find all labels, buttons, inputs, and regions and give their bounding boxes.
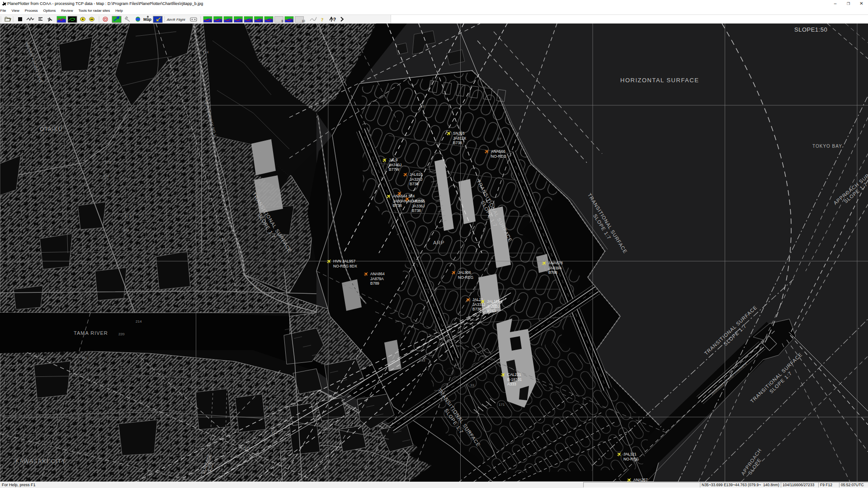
svg-text:10: 10: [302, 19, 306, 23]
svg-text:SLOPE1:50: SLOPE1:50: [794, 26, 827, 33]
svg-text:?: ?: [333, 17, 336, 22]
svg-text:214: 214: [136, 319, 142, 324]
svg-text:176: 176: [253, 286, 259, 290]
svg-text:7: 7: [271, 19, 273, 23]
svg-text:173: 173: [271, 431, 278, 435]
svg-text:172: 172: [218, 309, 224, 313]
svg-text:TAMA RIVER: TAMA RIVER: [74, 330, 108, 336]
svg-text:177: 177: [195, 70, 202, 74]
svg-text:ANA566NO-REG: ANA566NO-REG: [491, 149, 506, 159]
svg-text:Flight: Flight: [176, 18, 185, 22]
svg-text:298: 298: [81, 356, 88, 360]
svg-text:2: 2: [221, 19, 222, 23]
svg-text:174: 174: [203, 50, 209, 54]
svg-text:HORIZONTAL SURFACE: HORIZONTAL SURFACE: [620, 77, 699, 84]
svg-text:5: 5: [251, 19, 253, 23]
svg-text:220: 220: [118, 332, 125, 336]
svg-text:172: 172: [123, 228, 129, 232]
svg-text:170: 170: [219, 237, 226, 241]
svg-text:172: 172: [103, 174, 109, 178]
svg-text:9: 9: [292, 19, 293, 23]
svg-text:OTA-KU: OTA-KU: [40, 126, 62, 132]
svg-text:4: 4: [241, 19, 243, 23]
svg-text:8: 8: [282, 19, 283, 23]
svg-text:HVN JAL957NO-REG 8DX: HVN JAL957NO-REG 8DX: [333, 259, 357, 268]
svg-text:3: 3: [231, 19, 232, 23]
svg-text:Aircft: Aircft: [166, 18, 175, 22]
svg-text:173: 173: [105, 160, 111, 164]
svg-text:33: 33: [470, 383, 474, 387]
svg-text:171: 171: [499, 403, 505, 407]
svg-text:KAWASAKI CITY: KAWASAKI CITY: [15, 458, 66, 465]
svg-text:1: 1: [210, 19, 212, 23]
svg-text:6: 6: [261, 19, 263, 23]
svg-text:173: 173: [125, 214, 131, 218]
svg-text:173: 173: [267, 406, 273, 410]
svg-text:?: ?: [321, 17, 324, 22]
svg-text:172: 172: [244, 446, 250, 450]
svg-text:ARP: ARP: [433, 240, 445, 245]
svg-text:43: 43: [420, 104, 425, 108]
svg-text:37: 37: [497, 137, 501, 141]
svg-text:Map: Map: [143, 17, 152, 22]
svg-text:293: 293: [419, 358, 425, 362]
svg-text:TOKYO BAY: TOKYO BAY: [812, 144, 842, 149]
svg-text:ANA257: ANA257: [633, 478, 648, 482]
